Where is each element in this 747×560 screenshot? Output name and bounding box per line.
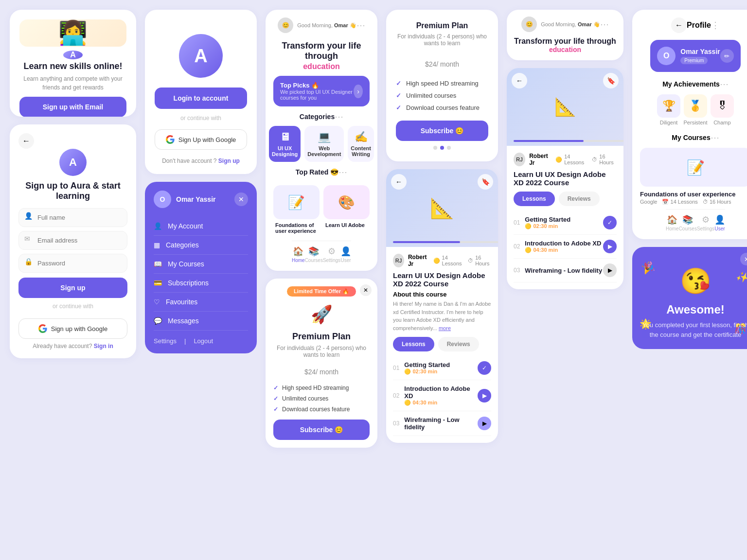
top-rated-more-button[interactable]: ⋯ <box>338 167 347 177</box>
menu-divider: | <box>184 337 186 345</box>
awesome-close-button[interactable]: ✕ <box>740 253 747 265</box>
nav-settings[interactable]: ⚙ Settings <box>323 246 340 263</box>
subscribe-button[interactable]: Subscribe 😊 <box>273 420 370 440</box>
categories-label: Categories <box>166 241 199 249</box>
web-dev-icon: 💻 <box>318 131 331 143</box>
small-course-back-button[interactable]: ← <box>512 73 527 88</box>
categories-more-button[interactable]: ⋯ <box>335 111 343 122</box>
lesson-done-button-1[interactable]: ✓ <box>478 361 491 375</box>
awesome-subtitle: You completed your first lesson, finish … <box>642 320 747 339</box>
profile-course-meta: Google 📅 14 Lessons ⏱ 16 Hours <box>640 199 747 205</box>
nav-home[interactable]: 🏠 Home <box>292 246 305 263</box>
profile-user-name: Omar Yassir <box>680 48 720 55</box>
course-info-1: Foundations of user experience <box>273 219 320 237</box>
nav-courses[interactable]: 📚 Courses <box>305 246 323 263</box>
small-lesson-btn-3[interactable]: ▶ <box>603 263 617 277</box>
google-label-2: Sign up with Google <box>51 325 107 332</box>
profile-lessons-count: 📅 14 Lessons <box>662 199 697 205</box>
menu-item-favourites[interactable]: ♡ Favourites <box>154 293 248 312</box>
course-progress-bar <box>393 241 498 243</box>
menu-item-categories[interactable]: ▦ Categories <box>154 236 248 255</box>
profile-more-button[interactable]: ⋮ <box>711 20 720 31</box>
profile-course-item[interactable]: 📝 Foundations of user experience Google … <box>640 148 747 205</box>
lesson-play-button-3[interactable]: ▶ <box>478 417 491 430</box>
small-reviews-tab[interactable]: Reviews <box>559 192 600 206</box>
menu-item-courses[interactable]: 📖 My Courses <box>154 255 248 274</box>
my-courses-more-button[interactable]: ⋯ <box>711 132 719 143</box>
signup-google-button-2[interactable]: Sign up with Google <box>18 318 127 339</box>
achievements-more-button[interactable]: ⋯ <box>720 79 729 89</box>
course-back-button[interactable]: ← <box>391 174 407 190</box>
lesson-num-3: 03 <box>393 420 399 427</box>
password-wrapper: 🔒 <box>18 250 127 273</box>
small-lessons-tab[interactable]: Lessons <box>514 192 555 206</box>
small-more-button[interactable]: ⋯ <box>600 19 609 30</box>
small-progress-fill <box>514 140 584 142</box>
premium-close-button[interactable]: ✕ <box>360 284 372 296</box>
achieve-champ: 🎖 Champ <box>710 94 734 125</box>
logout-link[interactable]: Logout <box>194 337 213 345</box>
plan-feature-2: ✓ Unlimited courses <box>396 89 488 102</box>
lessons-tab[interactable]: Lessons <box>393 337 434 351</box>
category-web-dev[interactable]: 💻 Web Development <box>304 126 344 162</box>
profile-bottom-nav: 🏠 Home 📚 Courses ⚙ Settings 👤 User <box>666 209 725 231</box>
email-wrapper: ✉ <box>18 227 127 250</box>
menu-item-subscriptions[interactable]: 💳 Subscriptions <box>154 274 248 293</box>
top-picks-box[interactable]: Top Picks 🔥 We picked top UI UX Designer… <box>273 76 370 106</box>
home-avatar: 😊 <box>278 18 293 33</box>
course-item-2[interactable]: 🎨 Learn UI Adobe <box>323 185 370 237</box>
nav-user[interactable]: 👤 User <box>340 246 351 263</box>
menu-username: Omar Yassir <box>176 195 215 203</box>
content-label: Content Writing <box>351 145 371 157</box>
menu-item-account[interactable]: 👤 My Account <box>154 217 248 236</box>
dot-3 <box>447 146 451 150</box>
email-input[interactable] <box>18 231 127 250</box>
small-lesson-done-1[interactable]: ✓ <box>603 216 617 229</box>
profile-edit-button[interactable]: ✏ <box>720 49 734 63</box>
lesson-play-button-2[interactable]: ▶ <box>478 389 491 402</box>
profile-nav-home[interactable]: 🏠 Home <box>666 214 679 231</box>
signin-anchor[interactable]: Sign in <box>94 343 113 350</box>
back-button[interactable]: ← <box>18 133 34 149</box>
menu-footer: Settings | Logout <box>154 337 248 345</box>
profile-nav-user[interactable]: 👤 User <box>714 214 725 231</box>
small-course-stats: 🟡14 Lessons ⏱16 Hours <box>555 154 617 165</box>
picks-arrow-button[interactable]: › <box>354 85 363 98</box>
read-more-link[interactable]: more <box>439 325 451 331</box>
signup-email-button[interactable]: Sign up with Email <box>19 97 126 117</box>
reviews-tab[interactable]: Reviews <box>438 337 479 351</box>
home-header: 😊 Good Morning, Omar 👋 ⋯ <box>278 18 365 33</box>
course-bookmark-button[interactable]: 🔖 <box>478 174 493 190</box>
password-input[interactable] <box>18 254 127 273</box>
signup-button[interactable]: Sign up <box>18 278 127 298</box>
login-google-button[interactable]: Sign Up with Google <box>155 129 247 150</box>
menu-item-messages[interactable]: 💬 Messages <box>154 312 248 331</box>
small-course-bookmark-button[interactable]: 🔖 <box>603 73 619 88</box>
profile-nav-courses[interactable]: 📚 Courses <box>679 214 697 231</box>
menu-close-button[interactable]: ✕ <box>234 192 248 206</box>
signup-form-card: ← A Sign up to Aura & start learning 👤 ✉… <box>10 124 136 358</box>
small-lesson-play-2[interactable]: ▶ <box>603 240 617 253</box>
lesson-num-1: 01 <box>393 365 399 371</box>
course-info-2: Learn UI Adobe <box>323 219 370 231</box>
more-options-button[interactable]: ⋯ <box>356 20 365 31</box>
plan-check-3: ✓ <box>396 104 401 111</box>
category-content[interactable]: ✍ Content Writing <box>348 126 374 162</box>
plan-subscribe-button[interactable]: Subscribe 😊 <box>396 121 488 141</box>
onboarding-title: Learn new skills online! <box>23 61 122 71</box>
fullname-input[interactable] <box>18 208 127 227</box>
profile-settings-icon: ⚙ <box>702 214 710 225</box>
instructor-avatar: RJ <box>393 254 404 267</box>
signup-link[interactable]: Sign up <box>218 158 240 164</box>
category-ui-ux[interactable]: 🖥 UI UX Designing <box>269 126 301 162</box>
profile-nav-settings[interactable]: ⚙ Settings <box>697 214 714 231</box>
course-item-1[interactable]: 📝 Foundations of user experience <box>273 185 320 237</box>
courses-nav-label: Courses <box>305 258 323 263</box>
profile-back-button[interactable]: ← <box>671 18 687 33</box>
small-home-header: 😊 Good Morning, Omar 👋 ⋯ <box>521 17 609 32</box>
small-hours-stat: ⏱16 Hours <box>592 154 617 165</box>
login-button[interactable]: Login to account <box>155 88 247 109</box>
check-icon: ✓ <box>273 406 278 413</box>
settings-link[interactable]: Settings <box>154 337 177 345</box>
profile-courses-icon: 📚 <box>682 214 693 225</box>
